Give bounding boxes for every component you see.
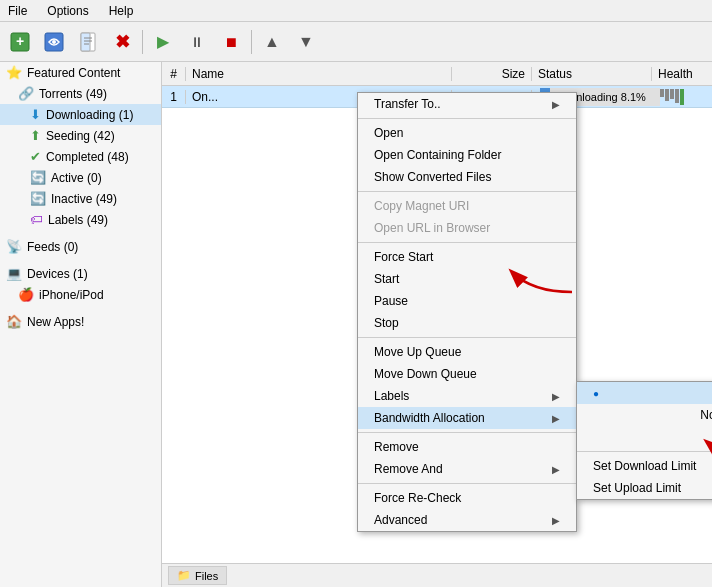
row-num: 1 <box>162 90 186 104</box>
health-bar-3 <box>670 89 674 99</box>
ctx-pause[interactable]: Pause <box>358 290 576 312</box>
svg-text:+: + <box>16 33 24 49</box>
bw-set-download[interactable]: Set Download Limit <box>577 455 712 477</box>
bw-high[interactable]: High <box>577 382 712 404</box>
sidebar-item-iphone[interactable]: 🍎 iPhone/iPod <box>0 284 161 305</box>
bw-set-upload[interactable]: Set Upload Limit <box>577 477 712 499</box>
active-icon: 🔄 <box>30 170 46 185</box>
sidebar-item-newapps[interactable]: 🏠 New Apps! <box>0 311 161 332</box>
svg-point-3 <box>52 40 56 44</box>
sidebar-item-labels[interactable]: 🏷 Labels (49) <box>0 209 161 230</box>
ctx-sep-5 <box>358 432 576 433</box>
ctx-force-recheck[interactable]: Force Re-Check <box>358 487 576 509</box>
ctx-sep-2 <box>358 191 576 192</box>
sidebar-item-feeds[interactable]: 📡 Feeds (0) <box>0 236 161 257</box>
toolbar-separator-1 <box>142 30 143 54</box>
ctx-bandwidth-arrow <box>552 413 560 424</box>
col-header-size: Size <box>452 67 532 81</box>
sidebar-item-completed[interactable]: ✔ Completed (48) <box>0 146 161 167</box>
ctx-copy-magnet: Copy Magnet URI <box>358 195 576 217</box>
health-bar-2 <box>665 89 669 101</box>
ctx-sep-3 <box>358 242 576 243</box>
menu-file[interactable]: File <box>4 2 31 20</box>
labels-icon: 🏷 <box>30 212 43 227</box>
sidebar-item-downloading[interactable]: ⬇ Downloading (1) <box>0 104 161 125</box>
sidebar-item-inactive[interactable]: 🔄 Inactive (49) <box>0 188 161 209</box>
devices-icon: 💻 <box>6 266 22 281</box>
stop-button[interactable]: ⏹ <box>215 27 247 57</box>
bottom-bar: 📁 Files <box>162 563 712 587</box>
ctx-sep-6 <box>358 483 576 484</box>
sidebar-item-torrents[interactable]: 🔗 Torrents (49) <box>0 83 161 104</box>
inactive-icon: 🔄 <box>30 191 46 206</box>
ctx-stop[interactable]: Stop <box>358 312 576 334</box>
files-icon: 📁 <box>177 569 191 582</box>
ctx-move-up[interactable]: Move Up Queue <box>358 341 576 363</box>
ctx-transfer-arrow <box>552 99 560 110</box>
sidebar-item-devices[interactable]: 💻 Devices (1) <box>0 263 161 284</box>
check-icon: ✔ <box>30 149 41 164</box>
ctx-sep-1 <box>358 118 576 119</box>
bw-low[interactable]: Low <box>577 426 712 448</box>
sidebar-item-featured[interactable]: ⭐ Featured Content <box>0 62 161 83</box>
sidebar-item-seeding[interactable]: ⬆ Seeding (42) <box>0 125 161 146</box>
feeds-icon: 📡 <box>6 239 22 254</box>
ctx-transfer-to[interactable]: Transfer To.. <box>358 93 576 115</box>
ctx-sep-4 <box>358 337 576 338</box>
row-health <box>652 89 712 105</box>
torrents-icon: 🔗 <box>18 86 34 101</box>
health-bar-5 <box>680 89 684 105</box>
ctx-open-folder[interactable]: Open Containing Folder <box>358 144 576 166</box>
move-up-button[interactable]: ▲ <box>256 27 288 57</box>
apple-icon: 🍎 <box>18 287 34 302</box>
col-header-num: # <box>162 67 186 81</box>
health-bars <box>658 89 706 105</box>
sidebar: ⭐ Featured Content 🔗 Torrents (49) ⬇ Dow… <box>0 62 162 587</box>
files-tab[interactable]: 📁 Files <box>168 566 227 585</box>
bw-normal[interactable]: Normal <box>577 404 712 426</box>
move-down-button[interactable]: ▼ <box>290 27 322 57</box>
ctx-bandwidth[interactable]: Bandwidth Allocation <box>358 407 576 429</box>
ctx-force-start[interactable]: Force Start <box>358 246 576 268</box>
menu-bar: File Options Help <box>0 0 712 22</box>
seed-icon: ⬆ <box>30 128 41 143</box>
download-icon: ⬇ <box>30 107 41 122</box>
toolbar-separator-2 <box>251 30 252 54</box>
ctx-advanced-arrow <box>552 515 560 526</box>
svg-rect-5 <box>81 33 90 51</box>
health-bar-4 <box>675 89 679 103</box>
main-layout: ⭐ Featured Content 🔗 Torrents (49) ⬇ Dow… <box>0 62 712 587</box>
menu-options[interactable]: Options <box>43 2 92 20</box>
ctx-remove[interactable]: Remove <box>358 436 576 458</box>
col-header-name: Name <box>186 67 452 81</box>
col-header-status: Status <box>532 67 652 81</box>
ctx-labels-arrow <box>552 391 560 402</box>
ctx-show-converted[interactable]: Show Converted Files <box>358 166 576 188</box>
ctx-move-down[interactable]: Move Down Queue <box>358 363 576 385</box>
remove-button[interactable]: ✖ <box>106 27 138 57</box>
pause-all-button[interactable]: ⏸ <box>181 27 213 57</box>
ctx-labels[interactable]: Labels <box>358 385 576 407</box>
sidebar-item-active[interactable]: 🔄 Active (0) <box>0 167 161 188</box>
ctx-remove-and[interactable]: Remove And <box>358 458 576 480</box>
ctx-open-url: Open URL in Browser <box>358 217 576 239</box>
ctx-remove-arrow <box>552 464 560 475</box>
health-bar-1 <box>660 89 664 97</box>
col-header-health: Health <box>652 67 712 81</box>
menu-help[interactable]: Help <box>105 2 138 20</box>
add-torrent-button[interactable]: + <box>4 27 36 57</box>
content-area: # Name Size Status Health 1 On... MB Dow… <box>162 62 712 587</box>
ctx-open[interactable]: Open <box>358 122 576 144</box>
home-icon: 🏠 <box>6 314 22 329</box>
ctx-start[interactable]: Start <box>358 268 576 290</box>
bw-sep <box>577 451 712 452</box>
add-url-button[interactable] <box>38 27 70 57</box>
toolbar: + ✖ ▶ ⏸ ⏹ ▲ ▼ <box>0 22 712 62</box>
ctx-advanced[interactable]: Advanced <box>358 509 576 531</box>
star-icon: ⭐ <box>6 65 22 80</box>
bandwidth-submenu: High Normal Low Set Download Limit Set U… <box>576 381 712 500</box>
create-button[interactable] <box>72 27 104 57</box>
context-menu: Transfer To.. Open Open Containing Folde… <box>357 92 577 532</box>
table-header: # Name Size Status Health <box>162 62 712 86</box>
start-button[interactable]: ▶ <box>147 27 179 57</box>
